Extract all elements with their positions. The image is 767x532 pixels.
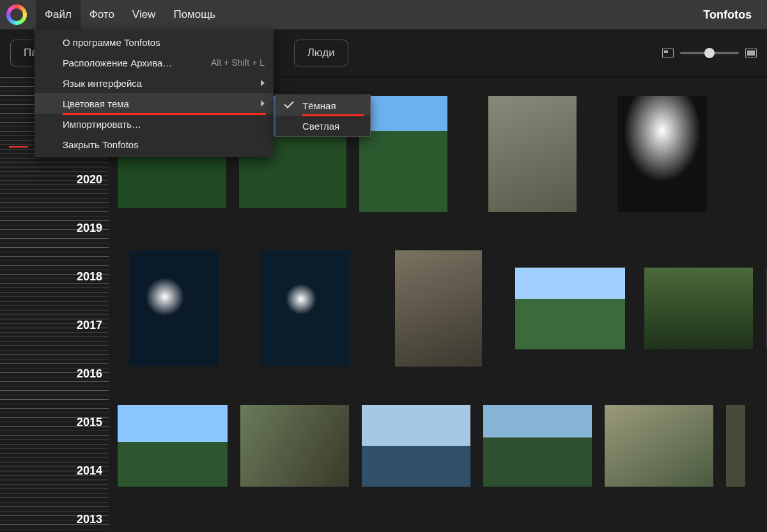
theme-dark[interactable]: Тёмная	[275, 95, 370, 116]
timeline-current-marker	[9, 146, 28, 148]
timeline-year[interactable]: 2016	[77, 367, 102, 381]
gallery-row	[118, 250, 767, 367]
app-logo-icon	[6, 4, 27, 25]
thumb-size-large-icon[interactable]	[745, 49, 757, 57]
timeline-year[interactable]: 2015	[77, 416, 102, 429]
menu-help[interactable]: Помощь	[164, 0, 224, 29]
menu-close-app[interactable]: Закрыть Tonfotos	[35, 134, 274, 155]
theme-submenu: Тёмная Светлая	[275, 95, 371, 137]
photo-thumbnail[interactable]	[617, 96, 707, 212]
photo-thumbnail[interactable]	[488, 96, 577, 212]
menu-import[interactable]: Импортировать…	[35, 114, 274, 134]
menu-archive-shortcut: Alt + Shift + L	[211, 57, 265, 68]
menu-theme-label: Цветовая тема	[63, 98, 129, 109]
tab-people[interactable]: Люди	[294, 40, 348, 66]
photo-thumbnail[interactable]	[515, 268, 625, 349]
timeline-year[interactable]: 2018	[77, 270, 102, 284]
menu-archive-label: Расположение Архива…	[63, 57, 172, 68]
menu-file[interactable]: Файл	[36, 0, 81, 29]
menubar: Файл Фото View Помощь Tonfotos	[0, 0, 767, 29]
theme-light-label: Светлая	[302, 121, 339, 132]
theme-dark-label: Тёмная	[302, 100, 336, 111]
menu-photo[interactable]: Фото	[81, 0, 123, 29]
menu-close-label: Закрыть Tonfotos	[63, 139, 139, 150]
check-icon	[284, 98, 294, 109]
photo-thumbnail[interactable]	[261, 250, 350, 367]
menu-view[interactable]: View	[123, 0, 165, 29]
thumbnail-gallery	[118, 96, 767, 532]
menu-archive-location[interactable]: Расположение Архива… Alt + Shift + L	[35, 52, 274, 73]
timeline-years: 2020 2019 2018 2017 2016 2015 2014 2013	[77, 173, 102, 532]
timeline-year[interactable]: 2013	[77, 513, 102, 526]
menu-import-label: Импортировать…	[63, 119, 141, 130]
photo-thumbnail[interactable]	[605, 405, 713, 487]
app-title: Tonfotos	[703, 8, 752, 22]
photo-thumbnail[interactable]	[726, 405, 745, 487]
thumbnail-size-slider[interactable]	[680, 52, 739, 54]
theme-light[interactable]: Светлая	[275, 116, 370, 136]
photo-thumbnail[interactable]	[359, 96, 447, 212]
menu-about-label: О программе Tonfotos	[63, 37, 160, 48]
menu-language-label: Язык интерфейса	[63, 78, 142, 89]
timeline-year[interactable]: 2020	[77, 173, 102, 186]
photo-thumbnail[interactable]	[395, 250, 482, 367]
photo-thumbnail[interactable]	[240, 405, 349, 487]
photo-thumbnail[interactable]	[644, 268, 753, 349]
slider-knob[interactable]	[704, 48, 715, 58]
chevron-right-icon	[261, 100, 265, 107]
timeline-year[interactable]: 2019	[77, 222, 102, 235]
timeline-year[interactable]: 2014	[77, 464, 102, 478]
photo-thumbnail[interactable]	[129, 250, 219, 367]
menu-color-theme[interactable]: Цветовая тема	[35, 93, 274, 114]
photo-thumbnail[interactable]	[362, 405, 470, 487]
photo-thumbnail[interactable]	[483, 405, 592, 487]
thumb-size-small-icon[interactable]	[662, 49, 674, 57]
menu-language[interactable]: Язык интерфейса	[35, 73, 274, 93]
timeline-year[interactable]: 2017	[77, 319, 102, 332]
menu-about[interactable]: О программе Tonfotos	[35, 32, 274, 52]
gallery-row	[118, 405, 767, 487]
photo-thumbnail[interactable]	[118, 405, 228, 487]
chevron-right-icon	[261, 80, 265, 86]
file-menu-dropdown: О программе Tonfotos Расположение Архива…	[35, 29, 274, 157]
